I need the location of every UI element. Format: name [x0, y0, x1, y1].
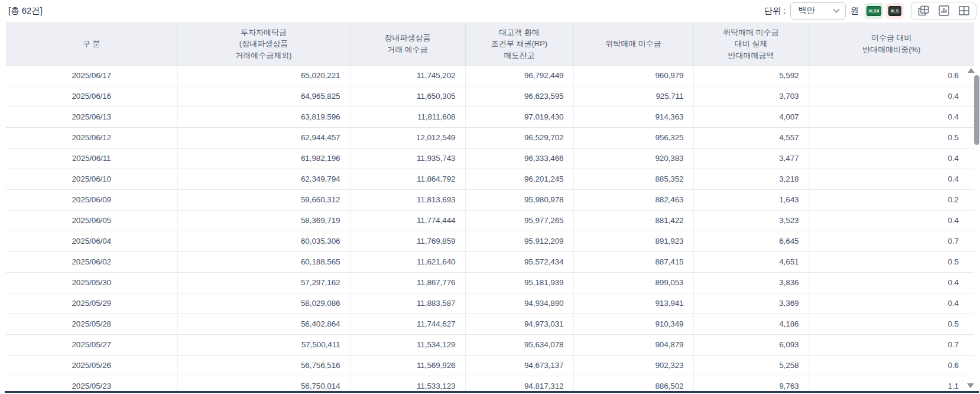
- value-cell: 11,935,743: [350, 148, 465, 169]
- multi-table-icon: [918, 5, 929, 16]
- scrollbar-thumb[interactable]: [974, 75, 979, 145]
- value-cell: 57,500,411: [177, 334, 350, 355]
- export-xls-button[interactable]: XLS: [885, 3, 904, 19]
- view-multi-table-button[interactable]: [918, 5, 929, 16]
- value-cell: 58,369,719: [177, 210, 350, 231]
- value-cell: 3,523: [693, 210, 809, 231]
- table-row[interactable]: 2025/06/1062,349,79411,864,79296,201,245…: [6, 169, 974, 189]
- date-cell: 2025/06/04: [6, 231, 177, 251]
- toolbar-controls: 단위 : 백만 원 XLSX XLS: [764, 2, 976, 20]
- table-row[interactable]: 2025/06/0460,035,30611,769,85995,912,209…: [6, 231, 974, 251]
- value-cell: 956,325: [573, 127, 693, 148]
- scrollbar-up-arrow[interactable]: [968, 68, 975, 73]
- unit-select[interactable]: 백만: [790, 2, 846, 20]
- value-cell: 0.5: [809, 127, 974, 148]
- total-count-label: [총 62건]: [8, 5, 43, 17]
- value-cell: 59,660,312: [177, 189, 350, 210]
- value-cell: 0.2: [809, 189, 974, 210]
- column-header[interactable]: 미수금 대비 반대매매비중(%): [809, 22, 974, 65]
- value-cell: 886,502: [573, 376, 693, 392]
- value-cell: 3,836: [693, 272, 809, 293]
- table-row[interactable]: 2025/05/2356,750,01411,533,12394,817,312…: [6, 376, 974, 392]
- value-cell: 96,792,449: [465, 65, 573, 86]
- table-row[interactable]: 2025/05/2958,029,08611,883,58794,934,890…: [6, 293, 974, 314]
- table-row[interactable]: 2025/06/0959,660,31211,813,69395,980,978…: [6, 189, 974, 210]
- value-cell: 0.7: [809, 231, 974, 251]
- value-cell: 0.5: [809, 314, 974, 334]
- table-row[interactable]: 2025/06/1262,944,45712,012,54996,529,702…: [6, 127, 974, 148]
- view-chart-button[interactable]: [939, 5, 949, 16]
- date-cell: 2025/06/09: [6, 189, 177, 210]
- value-cell: 94,817,312: [465, 376, 573, 392]
- value-cell: 3,218: [693, 169, 809, 189]
- value-cell: 12,012,549: [350, 127, 465, 148]
- value-cell: 56,402,864: [177, 314, 350, 334]
- table-row[interactable]: 2025/06/1161,982,19611,935,74396,333,466…: [6, 148, 974, 169]
- value-cell: 910,349: [573, 314, 693, 334]
- value-cell: 6,093: [693, 334, 809, 355]
- table-row[interactable]: 2025/06/0260,188,56511,621,64095,572,434…: [6, 251, 974, 272]
- data-table: 구 분투자자예탁금 (장내파생상품 거래예수금제외)장내파생상품 거래 예수금대…: [6, 22, 974, 392]
- value-cell: 95,912,209: [465, 231, 573, 251]
- column-header[interactable]: 투자자예탁금 (장내파생상품 거래예수금제외): [177, 22, 350, 65]
- value-cell: 11,813,693: [350, 189, 465, 210]
- value-cell: 60,188,565: [177, 251, 350, 272]
- date-cell: 2025/06/11: [6, 148, 177, 169]
- table-row[interactable]: 2025/05/2656,756,51611,569,92694,673,137…: [6, 355, 974, 376]
- value-cell: 96,333,466: [465, 148, 573, 169]
- value-cell: 56,756,516: [177, 355, 350, 376]
- table-row[interactable]: 2025/06/1765,020,22111,745,20296,792,449…: [6, 65, 974, 86]
- date-cell: 2025/05/26: [6, 355, 177, 376]
- value-cell: 4,186: [693, 314, 809, 334]
- value-cell: 0.4: [809, 148, 974, 169]
- table-row[interactable]: 2025/05/2856,402,86411,744,62794,973,031…: [6, 314, 974, 334]
- scrollbar-down-arrow[interactable]: [967, 383, 974, 388]
- date-cell: 2025/06/16: [6, 86, 177, 106]
- export-xlsx-button[interactable]: XLSX: [865, 3, 883, 19]
- column-header[interactable]: 위탁매매 미수금 대비 실제 반대매매금액: [693, 22, 809, 65]
- xlsx-file-icon: XLSX: [867, 6, 881, 16]
- table-row[interactable]: 2025/06/1363,819,59611,811,60897,019,430…: [6, 106, 974, 127]
- value-cell: 0.4: [809, 293, 974, 314]
- value-cell: 4,651: [693, 251, 809, 272]
- table-row[interactable]: 2025/06/0558,369,71911,774,44495,977,265…: [6, 210, 974, 231]
- value-cell: 0.5: [809, 251, 974, 272]
- column-header[interactable]: 대고객 환매 조건부 채권(RP) 매도잔고: [465, 22, 573, 65]
- date-cell: 2025/05/23: [6, 376, 177, 392]
- value-cell: 56,750,014: [177, 376, 350, 392]
- column-header[interactable]: 위탁매매 미수금: [573, 22, 693, 65]
- bottom-divider: [5, 391, 979, 393]
- value-cell: 11,650,305: [350, 86, 465, 106]
- column-header-label: 위탁매매 미수금: [574, 38, 693, 50]
- value-cell: 58,029,086: [177, 293, 350, 314]
- column-header-label: 위탁매매 미수금 대비 실제 반대매매금액: [694, 27, 809, 62]
- column-header[interactable]: 장내파생상품 거래 예수금: [350, 22, 465, 65]
- value-cell: 95,181,939: [465, 272, 573, 293]
- value-cell: 11,621,640: [350, 251, 465, 272]
- table-header-row: 구 분투자자예탁금 (장내파생상품 거래예수금제외)장내파생상품 거래 예수금대…: [6, 22, 974, 65]
- value-cell: 95,572,434: [465, 251, 573, 272]
- value-cell: 3,477: [693, 148, 809, 169]
- table-row[interactable]: 2025/05/3057,297,16211,867,77695,181,939…: [6, 272, 974, 293]
- value-cell: 11,769,859: [350, 231, 465, 251]
- view-table-button[interactable]: [959, 6, 969, 15]
- value-cell: 11,745,202: [350, 65, 465, 86]
- value-cell: 4,007: [693, 106, 809, 127]
- value-cell: 95,980,978: [465, 189, 573, 210]
- table-row[interactable]: 2025/06/1664,965,82511,650,30596,623,595…: [6, 86, 974, 106]
- date-cell: 2025/06/10: [6, 169, 177, 189]
- value-cell: 0.4: [809, 86, 974, 106]
- value-cell: 1.1: [809, 376, 974, 392]
- value-cell: 1,643: [693, 189, 809, 210]
- value-cell: 94,934,890: [465, 293, 573, 314]
- value-cell: 65,020,221: [177, 65, 350, 86]
- column-header[interactable]: 구 분: [6, 22, 177, 65]
- value-cell: 11,744,627: [350, 314, 465, 334]
- value-cell: 902,323: [573, 355, 693, 376]
- date-cell: 2025/05/28: [6, 314, 177, 334]
- value-cell: 95,977,265: [465, 210, 573, 231]
- value-cell: 887,415: [573, 251, 693, 272]
- value-cell: 64,965,825: [177, 86, 350, 106]
- value-cell: 914,363: [573, 106, 693, 127]
- table-row[interactable]: 2025/05/2757,500,41111,534,12995,634,078…: [6, 334, 974, 355]
